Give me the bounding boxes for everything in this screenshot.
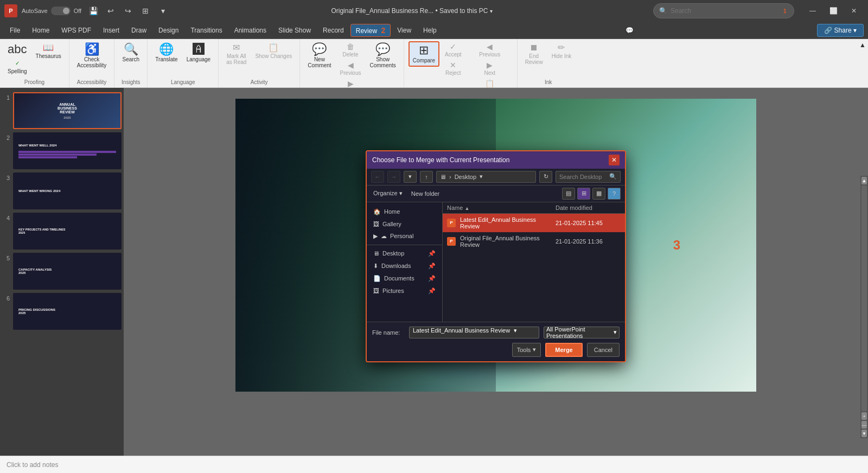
- previous-comment-button[interactable]: ◀ Previous: [337, 60, 365, 77]
- view-grid-button[interactable]: ⊞: [577, 188, 590, 200]
- dialog-search-box[interactable]: Search Desktop 🔍: [556, 171, 621, 183]
- organize-button[interactable]: Organize ▾: [371, 189, 405, 198]
- reject-button[interactable]: ✕ Reject: [442, 60, 465, 77]
- menu-help[interactable]: Help: [418, 24, 442, 36]
- sidebar-desktop[interactable]: 🖥 Desktop 📌: [367, 247, 442, 260]
- filetype-select[interactable]: All PowerPoint Presentations ▾: [544, 327, 620, 338]
- sidebar-gallery[interactable]: 🖼 Gallery: [367, 218, 442, 230]
- filename-input[interactable]: Latest Edit_Annual Business Review ▾: [409, 327, 539, 338]
- view-list-button[interactable]: ▤: [562, 188, 575, 200]
- nav-back-button[interactable]: ←: [371, 171, 384, 183]
- menu-record[interactable]: Record: [317, 24, 349, 36]
- menu-insert[interactable]: Insert: [98, 24, 125, 36]
- search-ribbon-button[interactable]: 🔍 Search: [119, 41, 143, 65]
- close-button[interactable]: ✕: [844, 3, 864, 18]
- comment-button[interactable]: 💬: [622, 23, 637, 38]
- sidebar-downloads[interactable]: ⬇ Downloads 📌: [367, 260, 442, 272]
- spelling-button[interactable]: abc✓ Spelling: [4, 41, 30, 76]
- menu-home[interactable]: Home: [27, 24, 55, 36]
- slide-item-4[interactable]: 4 KEY PROJECTS AND TIMELINES2025: [2, 213, 122, 250]
- redo-icon[interactable]: ↪: [120, 3, 136, 18]
- refresh-button[interactable]: ↻: [539, 171, 552, 183]
- minimize-button[interactable]: —: [803, 3, 822, 18]
- maximize-button[interactable]: ⬜: [824, 3, 843, 18]
- tools-button[interactable]: Tools ▾: [512, 343, 541, 357]
- new-folder-button[interactable]: New folder: [409, 189, 442, 198]
- desktop-sidebar-icon: 🖥: [373, 250, 379, 257]
- nav-forward-button[interactable]: →: [387, 171, 400, 183]
- dialog-search-placeholder: Search Desktop: [559, 174, 602, 180]
- accessibility-label: Accessibility: [77, 77, 106, 85]
- slide-thumb-1[interactable]: ANNUALBUSINESSREVIEW 2025: [13, 92, 122, 129]
- menu-file[interactable]: File: [4, 24, 25, 36]
- more-icon[interactable]: ▾: [155, 3, 170, 18]
- slide-thumb-5[interactable]: CAPACITY ANALYSIS2025: [13, 253, 122, 290]
- view-help-button[interactable]: ?: [608, 188, 621, 200]
- thesaurus-button[interactable]: 📖 Thesaurus: [33, 41, 65, 61]
- prev-revision-button[interactable]: ◀ Previous: [467, 41, 513, 59]
- col-name[interactable]: Name ▲: [447, 204, 551, 211]
- notes-bar[interactable]: Click to add notes: [0, 456, 868, 473]
- slide-item-3[interactable]: 3 WHAT WENT WRONG 2024: [2, 172, 122, 209]
- sidebar-home[interactable]: 🏠 Home: [367, 206, 442, 218]
- cancel-button[interactable]: Cancel: [587, 343, 620, 357]
- autosave-toggle[interactable]: [51, 7, 71, 15]
- end-review-button[interactable]: ⏹ End Review: [522, 41, 546, 67]
- slide-thumb-3[interactable]: WHAT WENT WRONG 2024: [13, 172, 122, 209]
- address-bar[interactable]: 🖥 › Desktop ▾: [436, 171, 536, 183]
- menu-review[interactable]: Review 2: [350, 24, 391, 37]
- menu-wps-pdf[interactable]: WPS PDF: [56, 24, 97, 36]
- sidebar-documents[interactable]: 📄 Documents 📌: [367, 272, 442, 285]
- dialog-close-button[interactable]: ✕: [609, 155, 620, 165]
- menu-design[interactable]: Design: [153, 24, 184, 36]
- translate-button[interactable]: 🌐 Translate: [152, 41, 181, 65]
- pin-icon: 📌: [428, 250, 436, 257]
- layout-icon[interactable]: ⊞: [138, 3, 153, 18]
- show-comments-button[interactable]: 💬 Show Comments: [366, 41, 399, 71]
- slide-item-5[interactable]: 5 CAPACITY ANALYSIS2025: [2, 253, 122, 290]
- window-controls: — ⬜ ✕: [803, 3, 864, 18]
- merge-button[interactable]: Merge: [545, 343, 582, 357]
- show-changes-button[interactable]: 📋 Show Changes: [252, 41, 295, 61]
- scroll-right[interactable]: ▲ + — ▼: [860, 176, 868, 438]
- search-input[interactable]: [671, 7, 779, 15]
- sidebar-pictures[interactable]: 🖼 Pictures 📌: [367, 285, 442, 297]
- new-comment-button[interactable]: 💬 New Comment: [304, 41, 334, 71]
- nav-up-button[interactable]: ↑: [420, 171, 433, 183]
- menu-slideshow[interactable]: Slide Show: [273, 24, 316, 36]
- ribbon-collapse[interactable]: ▲: [857, 39, 868, 87]
- sidebar-personal[interactable]: ▶ ☁ Personal: [367, 230, 442, 242]
- menu-animations[interactable]: Animations: [229, 24, 272, 36]
- view-detail-button[interactable]: ▦: [592, 188, 605, 200]
- ribbon-group-insights: 🔍 Search Insights: [114, 39, 148, 87]
- slide-item-1[interactable]: 1 ANNUALBUSINESSREVIEW 2025: [2, 92, 122, 129]
- menu-view[interactable]: View: [392, 24, 417, 36]
- slide-thumb-6[interactable]: PRICING DISCUSSIONS2025: [13, 293, 122, 330]
- menu-transitions[interactable]: Transitions: [185, 24, 227, 36]
- slide-item-6[interactable]: 6 PRICING DISCUSSIONS2025: [2, 293, 122, 330]
- mark-all-as-read-button[interactable]: ✉ Mark All as Read: [223, 41, 250, 67]
- search-bar[interactable]: 🔍 1: [653, 3, 794, 18]
- next-comment-button[interactable]: ▶ Next: [337, 78, 365, 88]
- file-row-2[interactable]: P Original File_Annual Business Review 2…: [443, 232, 625, 251]
- undo-icon[interactable]: ↩: [103, 3, 118, 18]
- slide-item-2[interactable]: 2 WHAT WENT WELL 2024: [2, 132, 122, 169]
- share-button[interactable]: 🔗 Share ▾: [817, 24, 864, 37]
- accept-button[interactable]: ✓ Accept: [442, 41, 465, 59]
- reviewing-pane-button[interactable]: 📋 Reviewing Pane: [467, 78, 513, 88]
- next-revision-button[interactable]: ▶ Next: [467, 60, 513, 77]
- compare-button[interactable]: ⊞ Compare: [409, 41, 439, 67]
- save-icon[interactable]: 💾: [86, 3, 101, 18]
- hide-ink-button[interactable]: ✏ Hide Ink: [548, 41, 575, 61]
- file-row-1[interactable]: P Latest Edit_Annual Business Review 21-…: [443, 214, 625, 232]
- check-accessibility-button[interactable]: ♿ Check Accessibility: [74, 41, 110, 71]
- nav-dropdown-button[interactable]: ▾: [404, 171, 417, 183]
- file-merge-dialog: Choose File to Merge with Current Presen…: [366, 150, 626, 362]
- language-button[interactable]: 🅰 Language: [183, 41, 214, 65]
- col-date-modified[interactable]: Date modified: [556, 204, 621, 211]
- slide-thumb-2[interactable]: WHAT WENT WELL 2024: [13, 132, 122, 169]
- menu-draw[interactable]: Draw: [126, 24, 152, 36]
- delete-comment-button[interactable]: 🗑 Delete: [337, 41, 365, 59]
- slide-number-1: 1: [2, 92, 10, 101]
- slide-thumb-4[interactable]: KEY PROJECTS AND TIMELINES2025: [13, 213, 122, 250]
